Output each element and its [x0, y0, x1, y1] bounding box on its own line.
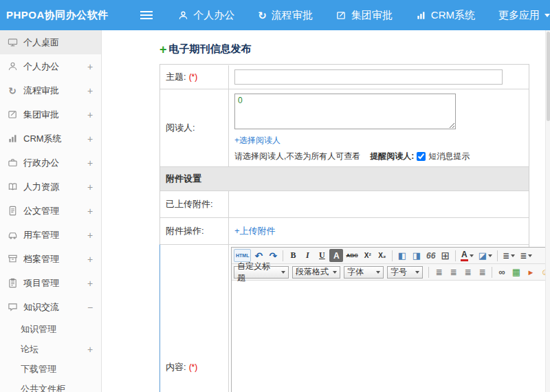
sidebar-item-vehicle-mgmt[interactable]: 用车管理 + — [0, 223, 101, 247]
nav-process-approval[interactable]: ↻ 流程审批 — [258, 9, 313, 22]
remind-readers-label: 提醒阅读人: — [370, 151, 414, 162]
vertical-scrollbar[interactable] — [545, 30, 550, 392]
bar-chart-icon — [416, 10, 426, 21]
subject-label: 主题: — [166, 71, 186, 83]
bold-button[interactable]: B — [286, 249, 300, 262]
sidebar-item-personal-desktop[interactable]: 个人桌面 — [0, 30, 101, 54]
sidebar-item-group-approval[interactable]: 集团审批 + — [0, 102, 101, 127]
chevron-down-icon — [544, 14, 550, 20]
choose-readers-link[interactable]: +选择阅读人 — [234, 135, 280, 146]
subscript-button[interactable]: X₂ — [375, 249, 389, 262]
expand-icon[interactable]: + — [86, 230, 94, 241]
align-left-icon[interactable]: ≣ — [432, 265, 446, 279]
heading-select-value: 自定义标题 — [237, 261, 278, 284]
expand-icon[interactable]: + — [86, 254, 94, 265]
unordered-list-button[interactable]: ≣ — [518, 249, 534, 262]
upload-attachment-link[interactable]: +上传附件 — [234, 225, 276, 237]
expand-icon[interactable]: + — [86, 344, 94, 355]
nav-crm-system[interactable]: CRM系统 — [416, 9, 475, 22]
editor-toolbar-row1: HTML ↶ ↷ B I U A ABC X² X₂ ◧ ◨ — [232, 248, 550, 264]
sidebar-item-document-mgmt[interactable]: 公文管理 + — [0, 199, 101, 223]
subject-input-cell — [229, 65, 529, 89]
sidebar-item-hr[interactable]: 人力资源 + — [0, 175, 101, 199]
sidebar-subitem-download-mgmt[interactable]: 下载管理 — [0, 359, 101, 379]
font-family-select[interactable]: 字体 — [344, 266, 384, 279]
expand-icon[interactable]: + — [86, 109, 94, 120]
sidebar-item-project-mgmt[interactable]: 项目管理 + — [0, 271, 101, 295]
font-style-button[interactable]: A — [329, 249, 343, 262]
align-center-icon[interactable]: ≣ — [446, 265, 460, 279]
expand-icon[interactable]: + — [86, 278, 94, 289]
font-size-select[interactable]: 字号 — [387, 266, 423, 279]
insert-image-icon[interactable]: ▦ — [509, 265, 523, 279]
highlight-color-button[interactable]: ◪ — [476, 249, 494, 262]
nav-more-apps[interactable]: 更多应用 — [498, 9, 550, 22]
chevron-down-icon — [470, 254, 474, 259]
subject-input[interactable] — [234, 69, 503, 85]
expand-icon[interactable]: + — [86, 85, 94, 96]
editor-toolbar-row2: 自定义标题 段落格式 字体 字号 — [232, 264, 550, 281]
chevron-down-icon — [333, 271, 337, 276]
text-color-button[interactable]: A — [459, 249, 476, 262]
strikethrough-button[interactable]: ABC — [344, 249, 360, 262]
expand-icon[interactable]: + — [86, 182, 94, 193]
align-right-icon[interactable]: ≣ — [461, 265, 474, 279]
scrollbar-thumb[interactable] — [547, 32, 550, 121]
person-icon — [178, 10, 188, 21]
sidebar-item-knowledge-exchange[interactable]: 知识交流 − — [0, 295, 101, 319]
readers-hint: 请选择阅读人,不选为所有人可查看 — [234, 151, 360, 162]
insert-media-icon[interactable]: ► — [524, 265, 538, 279]
format-painter-icon[interactable]: ◨ — [410, 249, 424, 262]
uploaded-label-cell: 已上传附件: — [160, 191, 229, 217]
app-logo: PHPOA协同办公软件 — [0, 9, 133, 22]
sidebar-item-archive-mgmt[interactable]: 档案管理 + — [0, 247, 101, 271]
bar-chart-icon — [7, 133, 18, 144]
hamburger-icon — [140, 14, 153, 16]
ordered-list-button[interactable]: ≣ — [500, 249, 517, 262]
insert-table-icon[interactable]: ⊞ — [439, 249, 452, 262]
eraser-icon[interactable]: ◧ — [395, 249, 409, 262]
expand-icon[interactable]: + — [86, 133, 94, 144]
page-title-text: 电子期刊信息发布 — [169, 43, 252, 56]
italic-button[interactable]: I — [300, 249, 314, 262]
attachment-section-title: 附件设置 — [160, 167, 529, 190]
process-icon: ↻ — [258, 10, 267, 21]
edit-icon — [7, 109, 18, 120]
nav-label: 更多应用 — [498, 9, 540, 22]
expand-icon[interactable]: + — [86, 157, 94, 168]
sidebar-subitem-forum[interactable]: 论坛 + — [0, 339, 101, 359]
paragraph-format-select[interactable]: 段落格式 — [292, 266, 340, 279]
attachment-ops-row: 附件操作: +上传附件 — [160, 217, 529, 244]
blockquote-button[interactable]: 66 — [424, 249, 438, 262]
nav-label: 集团审批 — [351, 9, 393, 22]
sidebar-item-process-approval[interactable]: ↻ 流程审批 + — [0, 78, 101, 102]
menu-toggle-button[interactable] — [133, 14, 161, 16]
readers-input-cell: 0 +选择阅读人 请选择阅读人,不选为所有人可查看 提醒阅读人: 短消息提示 — [229, 89, 529, 166]
underline-button[interactable]: U — [315, 249, 329, 262]
align-justify-icon[interactable]: ≣ — [475, 265, 489, 279]
text-color-icon: A — [461, 250, 468, 259]
editor-content-area[interactable] — [232, 281, 550, 392]
rich-text-editor: HTML ↶ ↷ B I U A ABC X² X₂ ◧ ◨ — [231, 247, 550, 392]
heading-select[interactable]: 自定义标题 — [234, 266, 289, 279]
sidebar-item-personal-office[interactable]: 个人办公 + — [0, 54, 101, 78]
chevron-down-icon — [376, 271, 380, 276]
sidebar-subitem-public-file-cabinet[interactable]: 公共文件柜 — [0, 379, 101, 392]
content-row: 内容: (*) HTML ↶ ↷ B I U A ABC — [160, 244, 529, 392]
paragraph-format-value: 段落格式 — [296, 266, 329, 278]
expand-icon[interactable]: + — [86, 61, 94, 72]
nav-group-approval[interactable]: 集团审批 — [336, 9, 393, 22]
sidebar-subitem-knowledge-mgmt[interactable]: 知识管理 — [0, 319, 101, 339]
add-icon: + — [160, 43, 167, 56]
sidebar-item-crm[interactable]: CRM系统 + — [0, 127, 101, 151]
readers-textarea[interactable]: 0 — [234, 94, 456, 129]
superscript-button[interactable]: X² — [361, 249, 375, 262]
insert-link-icon[interactable]: ∞ — [495, 265, 509, 279]
page-title: + 电子期刊信息发布 — [160, 43, 529, 56]
sidebar-item-admin-office[interactable]: 行政办公 + — [0, 151, 101, 175]
expand-icon[interactable]: + — [86, 206, 94, 217]
sidebar-item-label: 集团审批 — [23, 109, 80, 121]
sms-notify-checkbox[interactable] — [417, 152, 426, 161]
collapse-icon[interactable]: − — [86, 302, 94, 313]
nav-personal-office[interactable]: 个人办公 — [178, 9, 234, 22]
